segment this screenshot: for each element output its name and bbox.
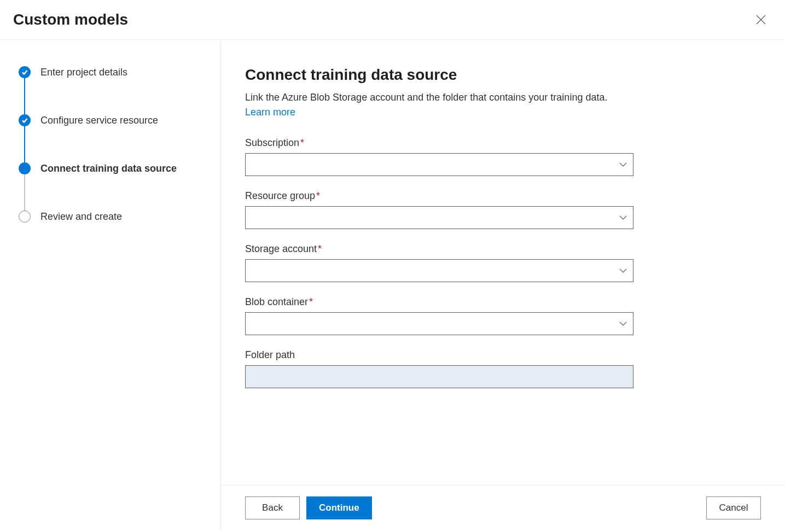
storage-account-dropdown[interactable] bbox=[245, 259, 633, 282]
required-asterisk: * bbox=[309, 296, 313, 307]
check-icon bbox=[19, 66, 31, 78]
field-label: Folder path bbox=[245, 349, 633, 361]
required-asterisk: * bbox=[300, 137, 304, 148]
form-content: Connect training data source Link the Az… bbox=[221, 40, 785, 485]
wizard-footer: Back Continue Cancel bbox=[221, 485, 785, 530]
step-label: Connect training data source bbox=[40, 163, 177, 174]
required-asterisk: * bbox=[318, 243, 322, 254]
required-asterisk: * bbox=[316, 190, 320, 201]
resource-group-input[interactable] bbox=[245, 206, 633, 229]
active-step-icon bbox=[19, 162, 31, 174]
folder-path-input[interactable] bbox=[245, 365, 633, 388]
step-connector bbox=[24, 126, 25, 162]
label-text: Blob container bbox=[245, 296, 308, 307]
field-folder-path: Folder path bbox=[245, 349, 633, 388]
label-text: Folder path bbox=[245, 349, 295, 360]
field-blob-container: Blob container* bbox=[245, 296, 633, 335]
close-icon[interactable] bbox=[756, 15, 766, 25]
field-label: Storage account* bbox=[245, 243, 633, 255]
step-label: Configure service resource bbox=[40, 115, 158, 126]
field-label: Blob container* bbox=[245, 296, 633, 308]
step-label: Enter project details bbox=[40, 67, 127, 78]
step-connector bbox=[24, 78, 25, 114]
field-label: Subscription* bbox=[245, 137, 633, 149]
field-label: Resource group* bbox=[245, 190, 633, 202]
storage-account-input[interactable] bbox=[245, 259, 633, 282]
back-button[interactable]: Back bbox=[245, 496, 300, 519]
blob-container-input[interactable] bbox=[245, 312, 633, 335]
step-review-and-create[interactable]: Review and create bbox=[19, 211, 210, 223]
page-title: Custom models bbox=[13, 11, 128, 28]
step-connector bbox=[24, 174, 25, 211]
field-resource-group: Resource group* bbox=[245, 190, 633, 229]
step-configure-service-resource[interactable]: Configure service resource bbox=[19, 114, 210, 162]
cancel-button[interactable]: Cancel bbox=[706, 496, 761, 519]
continue-button[interactable]: Continue bbox=[306, 496, 372, 519]
wizard-sidebar: Enter project details Configure service … bbox=[0, 40, 221, 530]
pending-step-icon bbox=[19, 211, 31, 223]
subscription-dropdown[interactable] bbox=[245, 153, 633, 176]
learn-more-link[interactable]: Learn more bbox=[245, 107, 295, 118]
label-text: Resource group bbox=[245, 190, 315, 201]
field-subscription: Subscription* bbox=[245, 137, 633, 176]
field-storage-account: Storage account* bbox=[245, 243, 633, 282]
resource-group-dropdown[interactable] bbox=[245, 206, 633, 229]
page-body: Enter project details Configure service … bbox=[0, 40, 785, 530]
label-text: Subscription bbox=[245, 137, 299, 148]
page-header: Custom models bbox=[0, 0, 785, 40]
main-panel: Connect training data source Link the Az… bbox=[221, 40, 785, 530]
label-text: Storage account bbox=[245, 243, 317, 254]
section-heading: Connect training data source bbox=[245, 66, 761, 84]
step-connect-training-data-source[interactable]: Connect training data source bbox=[19, 162, 210, 211]
blob-container-dropdown[interactable] bbox=[245, 312, 633, 335]
step-enter-project-details[interactable]: Enter project details bbox=[19, 66, 210, 114]
description-text: Link the Azure Blob Storage account and … bbox=[245, 92, 607, 103]
check-icon bbox=[19, 114, 31, 126]
step-label: Review and create bbox=[40, 211, 122, 223]
subscription-input[interactable] bbox=[245, 153, 633, 176]
section-description: Link the Azure Blob Storage account and … bbox=[245, 90, 628, 120]
